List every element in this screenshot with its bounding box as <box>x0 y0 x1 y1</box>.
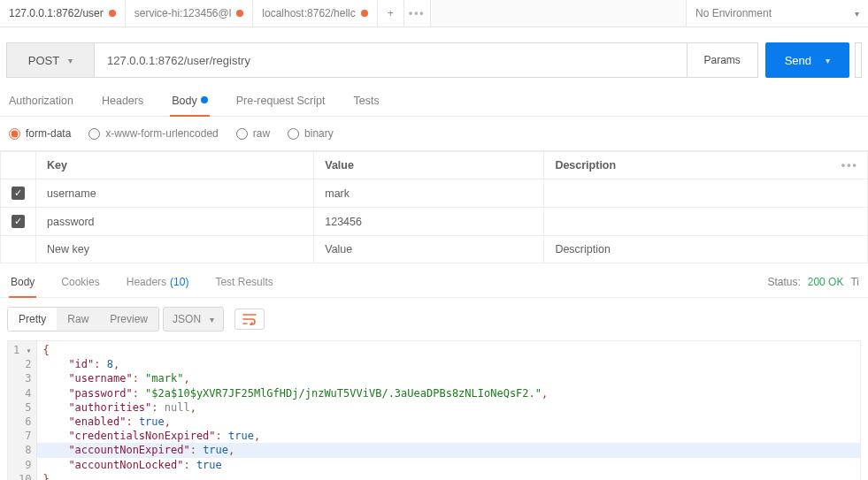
viewer-controls: Pretty Raw Preview JSON ▾ <box>0 298 868 340</box>
form-data-table: Key Value Description ••• ✓usernamemark✓… <box>0 151 868 263</box>
wrap-icon <box>242 313 257 325</box>
wrap-lines-button[interactable] <box>234 309 265 330</box>
radio-raw[interactable]: raw <box>236 127 270 140</box>
tab-label: 127.0.0.1:8762/user <box>9 7 104 19</box>
value-cell[interactable]: 123456 <box>314 208 544 236</box>
value-placeholder[interactable]: Value <box>314 236 544 263</box>
time-label: Ti <box>850 276 859 288</box>
unsaved-dot-icon <box>361 10 368 17</box>
url-value: 127.0.0.1:8762/user/registry <box>107 54 250 67</box>
tab-overflow-button[interactable]: ••• <box>404 0 431 27</box>
table-row: ✓password123456 <box>1 208 868 236</box>
tab-body[interactable]: Body <box>170 95 210 116</box>
code-content: { "id": 8, "username": "mark", "password… <box>37 341 860 480</box>
status: Status: 200 OK Ti <box>767 276 859 297</box>
tab-1[interactable]: service-hi:123456@l <box>126 0 254 27</box>
status-label: Status: <box>767 276 800 288</box>
request-tabs: Authorization Headers Body Pre-request S… <box>0 95 868 117</box>
ellipsis-icon: ••• <box>409 7 426 19</box>
desc-cell[interactable] <box>544 179 868 208</box>
checkbox-icon[interactable]: ✓ <box>12 215 25 228</box>
send-button[interactable]: Send ▾ <box>765 42 849 78</box>
key-cell[interactable]: username <box>36 179 314 208</box>
ellipsis-icon[interactable]: ••• <box>841 159 858 171</box>
resp-tab-headers[interactable]: Headers(10) <box>125 276 191 297</box>
col-value: Value <box>314 152 544 179</box>
params-button[interactable]: Params <box>687 42 758 78</box>
tab-0[interactable]: 127.0.0.1:8762/user <box>0 0 126 27</box>
chevron-down-icon: ▾ <box>855 9 859 19</box>
key-placeholder[interactable]: New key <box>36 236 314 263</box>
new-tab-button[interactable]: + <box>378 0 404 27</box>
resp-tab-body[interactable]: Body <box>9 276 36 297</box>
key-cell[interactable]: password <box>36 208 314 236</box>
radio-urlencoded[interactable]: x-www-form-urlencoded <box>88 127 218 140</box>
changed-dot-icon <box>201 96 208 103</box>
response-tabs: Body Cookies Headers(10) Test Results St… <box>0 276 868 298</box>
tab-tests[interactable]: Tests <box>351 95 380 116</box>
chevron-down-icon: ▾ <box>826 56 830 65</box>
radio-binary[interactable]: binary <box>288 127 334 140</box>
col-key: Key <box>36 152 314 179</box>
chevron-down-icon: ▾ <box>210 315 214 324</box>
save-button-edge[interactable] <box>855 42 862 78</box>
tab-label: localhost:8762/hellc <box>262 7 355 19</box>
method-label: POST <box>28 54 59 67</box>
view-pretty[interactable]: Pretty <box>8 308 57 331</box>
unsaved-dot-icon <box>236 10 243 17</box>
environment-label: No Environment <box>695 7 772 19</box>
url-input[interactable]: 127.0.0.1:8762/user/registry <box>95 42 687 78</box>
tab-2[interactable]: localhost:8762/hellc <box>253 0 377 27</box>
response-body-viewer[interactable]: 1 ▾2345678910 { "id": 8, "username": "ma… <box>7 340 861 480</box>
tab-strip: 127.0.0.1:8762/user service-hi:123456@l … <box>0 0 868 27</box>
method-dropdown[interactable]: POST ▾ <box>6 42 95 78</box>
desc-placeholder[interactable]: Description <box>544 236 868 263</box>
resp-tab-testresults[interactable]: Test Results <box>213 276 274 297</box>
view-raw[interactable]: Raw <box>57 308 99 331</box>
tab-prerequest[interactable]: Pre-request Script <box>234 95 327 116</box>
tab-headers[interactable]: Headers <box>100 95 145 116</box>
unsaved-dot-icon <box>109 10 116 17</box>
tab-label: service-hi:123456@l <box>134 7 232 19</box>
tab-authorization[interactable]: Authorization <box>7 95 75 116</box>
table-row-placeholder[interactable]: New keyValueDescription <box>1 236 868 263</box>
checkbox-icon[interactable]: ✓ <box>12 187 25 200</box>
line-gutter: 1 ▾2345678910 <box>8 341 37 480</box>
format-dropdown[interactable]: JSON ▾ <box>163 307 224 331</box>
status-value: 200 OK <box>808 276 844 288</box>
request-bar: POST ▾ 127.0.0.1:8762/user/registry Para… <box>6 42 862 78</box>
view-mode-toggle: Pretty Raw Preview <box>7 307 159 331</box>
body-type-radios: form-data x-www-form-urlencoded raw bina… <box>0 117 868 151</box>
resp-tab-cookies[interactable]: Cookies <box>59 276 101 297</box>
table-row: ✓usernamemark <box>1 179 868 208</box>
view-preview[interactable]: Preview <box>99 308 158 331</box>
chevron-down-icon: ▾ <box>68 56 73 65</box>
environment-dropdown[interactable]: No Environment ▾ <box>686 0 868 27</box>
desc-cell[interactable] <box>544 208 868 236</box>
value-cell[interactable]: mark <box>314 179 544 208</box>
col-description: Description ••• <box>544 152 868 179</box>
radio-form-data[interactable]: form-data <box>9 127 71 140</box>
send-label: Send <box>785 54 811 67</box>
checkbox-header <box>1 152 36 179</box>
